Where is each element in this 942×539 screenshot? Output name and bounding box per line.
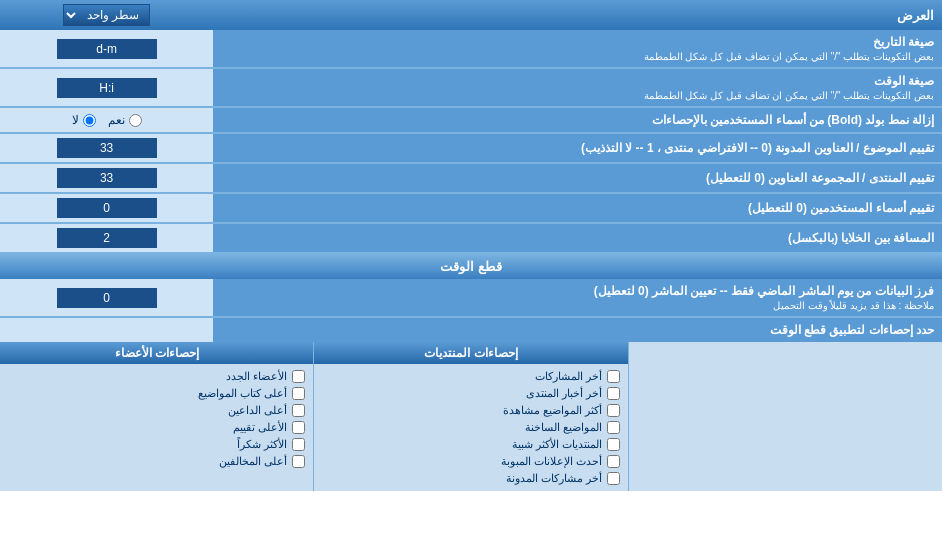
topic-order-input[interactable]: 33 (57, 138, 157, 158)
username-order-input-cell: 0 (0, 193, 213, 223)
forum-order-input-cell: 33 (0, 163, 213, 193)
date-format-input-cell: d-m (0, 30, 213, 68)
checkbox-post-7-input[interactable] (607, 472, 620, 485)
date-format-input[interactable]: d-m (57, 39, 157, 59)
checkbox-member-6-input[interactable] (292, 455, 305, 468)
members-stats-column: إحصاءات الأعضاء الأعضاء الجدد أعلى كتاب … (0, 342, 313, 491)
posts-stats-header: إحصاءات المنتديات (314, 342, 627, 364)
checkbox-member-2-input[interactable] (292, 387, 305, 400)
checkbox-member-1[interactable]: الأعضاء الجدد (8, 370, 305, 383)
username-order-input[interactable]: 0 (57, 198, 157, 218)
checkbox-member-4[interactable]: الأعلى تقييم (8, 421, 305, 434)
cell-spacing-input[interactable]: 2 (57, 228, 157, 248)
time-cut-input[interactable]: 0 (57, 288, 157, 308)
topic-order-input-cell: 33 (0, 133, 213, 163)
time-format-input-cell: H:i (0, 68, 213, 107)
bold-remove-no-radio[interactable] (83, 114, 96, 127)
bold-remove-label: إزالة نمط بولد (Bold) من أسماء المستخدمي… (213, 107, 942, 133)
time-cut-label: فرز البيانات من يوم الماشر الماضي فقط --… (213, 279, 942, 317)
checkbox-post-3-input[interactable] (607, 404, 620, 417)
checkbox-post-4[interactable]: المواضيع الساخنة (322, 421, 619, 434)
checkbox-post-6-input[interactable] (607, 455, 620, 468)
checkbox-member-3-input[interactable] (292, 404, 305, 417)
time-cut-header: قطع الوقت (0, 253, 942, 279)
forum-order-label: تقييم المنتدى / المجموعة العناوين (0 للت… (213, 163, 942, 193)
stats-apply-label: حدد إحصاءات لتطبيق قطع الوقت (213, 317, 942, 342)
forum-order-input[interactable]: 33 (57, 168, 157, 188)
checkbox-post-2-input[interactable] (607, 387, 620, 400)
cell-spacing-label: المسافة بين الخلايا (بالبكسل) (213, 223, 942, 253)
checkbox-post-3[interactable]: أكثر المواضيع مشاهدة (322, 404, 619, 417)
checkbox-post-1[interactable]: أخر المشاركات (322, 370, 619, 383)
checkbox-member-2[interactable]: أعلى كتاب المواضيع (8, 387, 305, 400)
checkbox-member-3[interactable]: أعلى الداعين (8, 404, 305, 417)
username-order-label: تقييم أسماء المستخدمين (0 للتعطيل) (213, 193, 942, 223)
date-format-label: صيغة التاريخ بعض التكوينات يتطلب "/" الت… (213, 30, 942, 68)
bold-remove-yes-radio[interactable] (129, 114, 142, 127)
checkbox-member-5-input[interactable] (292, 438, 305, 451)
checkbox-member-6[interactable]: أعلى المخالفين (8, 455, 305, 468)
checkbox-post-2[interactable]: أخر أخبار المنتدى (322, 387, 619, 400)
posts-stats-column: إحصاءات المنتديات أخر المشاركات أخر أخبا… (313, 342, 627, 491)
checkbox-post-6[interactable]: أحدث الإعلانات المبوبة (322, 455, 619, 468)
dropdown-cell[interactable]: سطر واحد (0, 0, 213, 30)
checkbox-member-5[interactable]: الأكثر شكراً (8, 438, 305, 451)
checkbox-post-7[interactable]: أخر مشاركات المدونة (322, 472, 619, 485)
time-format-label: صيغة الوقت بعض التكوينات يتطلب "/" التي … (213, 68, 942, 107)
time-format-input[interactable]: H:i (57, 78, 157, 98)
bold-remove-radio-cell: نعم لا (0, 107, 213, 133)
checkbox-post-4-input[interactable] (607, 421, 620, 434)
stats-col-empty (628, 342, 942, 491)
members-stats-checkboxes: الأعضاء الجدد أعلى كتاب المواضيع أعلى ال… (0, 364, 313, 474)
posts-stats-checkboxes: أخر المشاركات أخر أخبار المنتدى أكثر الم… (314, 364, 627, 491)
members-stats-header: إحصاءات الأعضاء (0, 342, 313, 364)
topic-order-label: تقييم الموضوع / العناوين المدونة (0 -- ا… (213, 133, 942, 163)
checkbox-post-5[interactable]: المنتديات الأكثر شبية (322, 438, 619, 451)
checkbox-post-5-input[interactable] (607, 438, 620, 451)
checkbox-post-1-input[interactable] (607, 370, 620, 383)
checkbox-member-4-input[interactable] (292, 421, 305, 434)
rows-dropdown[interactable]: سطر واحد (63, 4, 150, 26)
checkbox-member-1-input[interactable] (292, 370, 305, 383)
page-title: العرض (213, 0, 942, 30)
cell-spacing-input-cell: 2 (0, 223, 213, 253)
time-cut-input-cell: 0 (0, 279, 213, 317)
